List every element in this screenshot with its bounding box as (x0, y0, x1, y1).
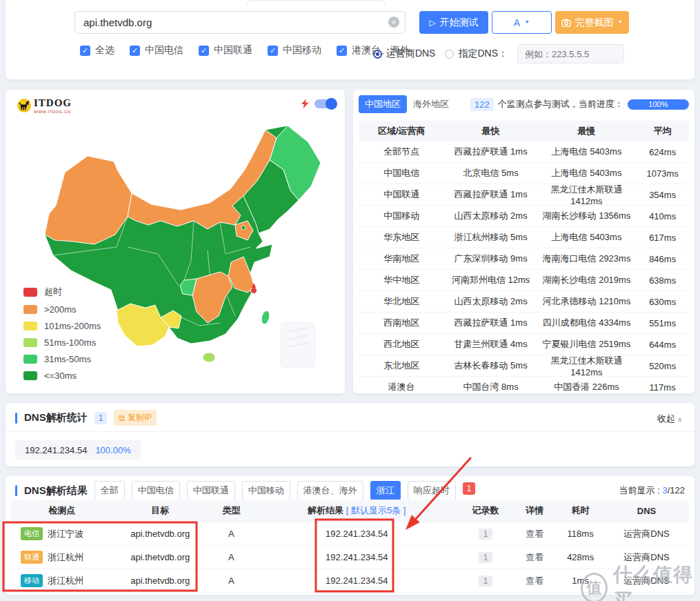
filter-china-telecom[interactable]: 中国电信 (132, 481, 180, 500)
search-toolbar-card: × ▷ 开始测试 A ▼ 完整截图 ▼ ✓ 全选 ✓ 中国电信 ✓ 中国联通 ✓… (6, 0, 694, 79)
map-controls (301, 99, 337, 109)
record-count-chip: 1 (479, 575, 492, 587)
dns-stats-header: DNS解析统计 1 ⧉ 复制IP (15, 410, 157, 426)
region-latency-table: 区域/运营商 最快 最慢 平均 全部节点西藏拉萨联通 1ms上海电信 5403m… (359, 121, 689, 398)
table-row: 中国联通西藏拉萨联通 1ms黑龙江佳木斯联通 1412ms354ms (359, 184, 689, 206)
table-row: 西南地区西藏拉萨联通 1ms四川成都电信 4334ms551ms (359, 313, 689, 334)
section-title: DNS解析统计 (24, 411, 88, 424)
dns-results-header: DNS解析结果 全部 中国电信 中国联通 中国移动 港澳台、海外 浙江 响应超时… (15, 482, 685, 500)
query-input-wrap: × (74, 11, 406, 34)
play-icon: ▷ (429, 18, 435, 28)
table-row: 全部节点西藏拉萨联通 1ms上海电信 5403ms624ms (359, 141, 689, 163)
specified-dns-input[interactable] (517, 44, 624, 63)
top-divider-arc (246, 0, 386, 7)
monitor-count-badge: 122 (470, 98, 494, 111)
checkbox-china-mobile[interactable]: ✓ 中国移动 (268, 44, 321, 57)
checkbox-checked-icon: ✓ (130, 46, 140, 56)
copy-ip-button[interactable]: ⧉ 复制IP (114, 410, 157, 426)
resolved-ip-chip[interactable]: 192.241.234.54 100.00% (15, 440, 141, 460)
radio-selected-icon (373, 50, 382, 59)
table-row: 中国移动山西太原移动 2ms湖南长沙移动 1356ms410ms (359, 206, 689, 227)
table-header-row: 区域/运营商 最快 最慢 平均 (359, 121, 689, 141)
view-detail-link[interactable]: 查看 (526, 575, 543, 586)
radio-carrier-dns[interactable]: 运营商DNS (373, 48, 436, 60)
record-count-chip: 1 (479, 552, 492, 563)
ip-count-badge: 1 (94, 412, 108, 424)
checkbox-checked-icon: ✓ (80, 46, 90, 56)
table-row: 华东地区浙江杭州移动 5ms上海电信 5403ms617ms (359, 227, 689, 248)
tab-overseas-region[interactable]: 海外地区 (407, 95, 455, 113)
progress-label: 个监测点参与测试，当前进度： (498, 98, 623, 110)
dns-stats-card: DNS解析统计 1 ⧉ 复制IP 收起 ∧ 192.241.234.54 100… (6, 403, 694, 466)
divider (6, 431, 694, 432)
legend-item: >200ms (23, 304, 101, 315)
section-accent-bar (15, 485, 17, 496)
table-row: 电信浙江宁波 api.thetvdb.org A 192.241.234.54 … (11, 522, 689, 546)
resolved-ip: 192.241.234.54 (25, 445, 87, 455)
filter-timeout[interactable]: 响应超时 (408, 481, 456, 500)
legend-item: 101ms-200ms (23, 321, 101, 331)
china-map-card: ITDOG WWW.ITDOG.CN (6, 90, 345, 393)
map-region-taiwan (260, 310, 271, 325)
camera-icon (561, 19, 571, 27)
checkbox-checked-icon: ✓ (199, 46, 209, 56)
map-toggle-switch[interactable] (314, 99, 337, 108)
isp-badge-mobile: 移动 (21, 574, 43, 587)
record-type-select[interactable]: A ▼ (492, 11, 552, 34)
table-row: 东北地区吉林长春移动 5ms黑龙江佳木斯联通 1412ms520ms (359, 355, 689, 377)
map-region-beijing (241, 226, 246, 230)
table-row: 西北地区甘肃兰州联通 4ms宁夏银川电信 2519ms644ms (359, 334, 689, 355)
checkbox-china-unicom[interactable]: ✓ 中国联通 (199, 44, 252, 57)
view-detail-link[interactable]: 查看 (526, 529, 543, 539)
radio-specified-dns[interactable]: 指定DNS： (445, 48, 508, 60)
map-region-shanghai (251, 288, 257, 294)
checkbox-checked-icon: ✓ (337, 46, 347, 56)
region-results-card: 中国地区 海外地区 122 个监测点参与测试，当前进度： 100% 区域/运营商… (353, 90, 694, 393)
progress-bar: 100% (628, 99, 689, 110)
chevron-down-icon: ▼ (618, 20, 623, 25)
full-screenshot-button[interactable]: 完整截图 ▼ (555, 11, 629, 34)
section-accent-bar (15, 413, 17, 424)
filter-all[interactable]: 全部 (94, 481, 125, 500)
dns-results-card: DNS解析结果 全部 中国电信 中国联通 中国移动 港澳台、海外 浙江 响应超时… (6, 476, 694, 595)
isp-badge-unicom: 联通 (21, 551, 43, 564)
clear-input-icon[interactable]: × (388, 17, 399, 28)
radio-unselected-icon (445, 50, 454, 59)
query-input[interactable] (74, 11, 406, 34)
table-row: 华南地区广东深圳移动 9ms海南海口电信 2923ms846ms (359, 248, 689, 270)
table-row: 移动浙江杭州 api.thetvdb.org A 192.241.234.54 … (11, 569, 689, 593)
isp-badge-telecom: 电信 (21, 527, 43, 540)
filter-china-unicom[interactable]: 中国联通 (187, 481, 235, 500)
section-title: DNS解析结果 (24, 484, 88, 497)
filter-zhejiang[interactable]: 浙江 (370, 481, 401, 500)
start-test-button[interactable]: ▷ 开始测试 (419, 11, 488, 34)
record-count-chip: 1 (479, 529, 492, 540)
filter-china-mobile[interactable]: 中国移动 (242, 481, 290, 500)
lightning-icon (301, 99, 309, 109)
table-row: 华北地区山西太原移动 2ms河北承德移动 1210ms630ms (359, 291, 689, 313)
timeout-count-badge: 1 (463, 482, 476, 495)
region-panel-header: 中国地区 海外地区 122 个监测点参与测试，当前进度： 100% (359, 96, 689, 112)
view-detail-link[interactable]: 查看 (526, 552, 543, 562)
table-header-row: 检测点 目标 类型 解析结果 [ 默认显示5条 ] 记录数 详情 耗时 DNS (11, 500, 689, 522)
map-legend: 超时 >200ms 101ms-200ms 51ms-100ms 31ms-50… (23, 279, 101, 381)
legend-item: <=30ms (23, 371, 101, 381)
filter-overseas[interactable]: 港澳台、海外 (297, 481, 363, 500)
checkbox-select-all[interactable]: ✓ 全选 (80, 44, 114, 57)
chevron-up-icon: ∧ (677, 416, 682, 423)
collapse-button[interactable]: 收起 ∧ (657, 413, 682, 425)
resolved-ip-percent: 100.00% (95, 445, 130, 455)
table-row: 联通浙江杭州 api.thetvdb.org A 192.241.234.54 … (11, 546, 689, 569)
table-row: 港澳台中国台湾 8ms中国香港 226ms117ms (359, 377, 689, 398)
map-region-hainan (203, 353, 215, 362)
default-display-link[interactable]: [ 默认显示5条 ] (346, 505, 406, 515)
chevron-down-icon: ▼ (524, 20, 530, 25)
table-row: 中国电信北京电信 5ms上海电信 5403ms1073ms (359, 163, 689, 184)
copy-icon: ⧉ (119, 413, 125, 423)
checkbox-china-telecom[interactable]: ✓ 中国电信 (130, 44, 183, 57)
legend-item: 51ms-100ms (23, 337, 101, 348)
tab-china-region[interactable]: 中国地区 (359, 95, 407, 113)
dns-results-table: 检测点 目标 类型 解析结果 [ 默认显示5条 ] 记录数 详情 耗时 DNS … (11, 500, 689, 593)
isp-checkbox-row: ✓ 全选 ✓ 中国电信 ✓ 中国联通 ✓ 中国移动 ✓ 港澳台、海外 (80, 44, 410, 57)
legend-item: 31ms-50ms (23, 354, 101, 364)
